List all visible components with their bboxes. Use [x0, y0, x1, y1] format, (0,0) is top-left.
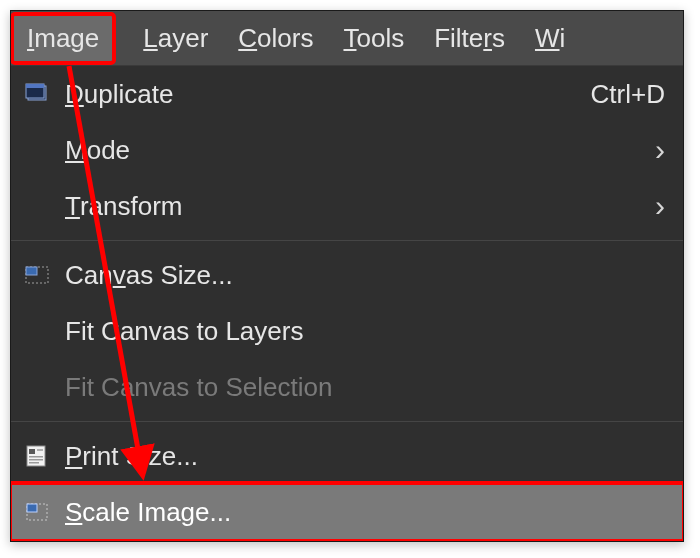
svg-rect-4	[26, 267, 37, 275]
menubar-item-tools[interactable]: Tools	[343, 23, 404, 54]
svg-rect-10	[29, 462, 39, 464]
menu-item-fit-canvas-layers[interactable]: Fit Canvas to Layers	[11, 303, 683, 359]
menu-item-mode[interactable]: Mode ›	[11, 122, 683, 178]
menu-item-print-size[interactable]: Print Size...	[11, 428, 683, 484]
menubar-item-filters[interactable]: Filters	[434, 23, 505, 54]
print-size-icon	[25, 445, 65, 467]
svg-rect-9	[29, 459, 43, 461]
menu-label-transform: ransform	[80, 191, 183, 221]
menu-label-mode: ode	[87, 135, 130, 165]
menu-separator	[11, 421, 683, 422]
svg-rect-7	[37, 449, 43, 451]
chevron-right-icon: ›	[655, 135, 665, 165]
menubar-item-layer[interactable]: Layer	[143, 23, 208, 54]
menu-item-scale-image[interactable]: Scale Image...	[11, 484, 683, 540]
menubar-item-image[interactable]: Image	[13, 15, 113, 62]
menu-item-duplicate[interactable]: Duplicate Ctrl+D	[11, 66, 683, 122]
menu-item-canvas-size[interactable]: Canvas Size...	[11, 247, 683, 303]
menubar-label-layer: ayer	[158, 23, 209, 53]
svg-rect-8	[29, 456, 43, 458]
menu-item-fit-canvas-selection: Fit Canvas to Selection	[11, 359, 683, 415]
menubar-item-colors[interactable]: Colors	[238, 23, 313, 54]
menu-label-fit-selection: Fit Canvas to Selection	[65, 372, 665, 403]
menu-label-duplicate: uplicate	[84, 79, 174, 109]
menubar-label-tools: ools	[356, 23, 404, 53]
shortcut-duplicate: Ctrl+D	[591, 79, 665, 110]
duplicate-icon	[25, 83, 65, 105]
menubar-label-image: mage	[34, 23, 99, 53]
menubar: Image Layer Colors Tools Filters Wi	[11, 11, 683, 66]
menu-label-print-size: rint Size...	[82, 441, 198, 471]
dropdown-menu-image: Duplicate Ctrl+D Mode › Transform › Canv…	[11, 66, 683, 540]
menu-item-transform[interactable]: Transform ›	[11, 178, 683, 234]
menubar-item-windows[interactable]: Wi	[535, 23, 565, 54]
menu-separator	[11, 240, 683, 241]
menu-label-scale-image: cale Image...	[82, 497, 231, 527]
chevron-right-icon: ›	[655, 191, 665, 221]
scale-image-icon	[25, 502, 65, 524]
svg-rect-6	[29, 449, 35, 454]
menu-label-fit-layers: Fit Canvas to Layers	[65, 316, 665, 347]
svg-rect-2	[26, 84, 44, 88]
canvas-size-icon	[25, 264, 65, 286]
menubar-label-colors: olors	[257, 23, 313, 53]
svg-rect-12	[27, 504, 37, 512]
